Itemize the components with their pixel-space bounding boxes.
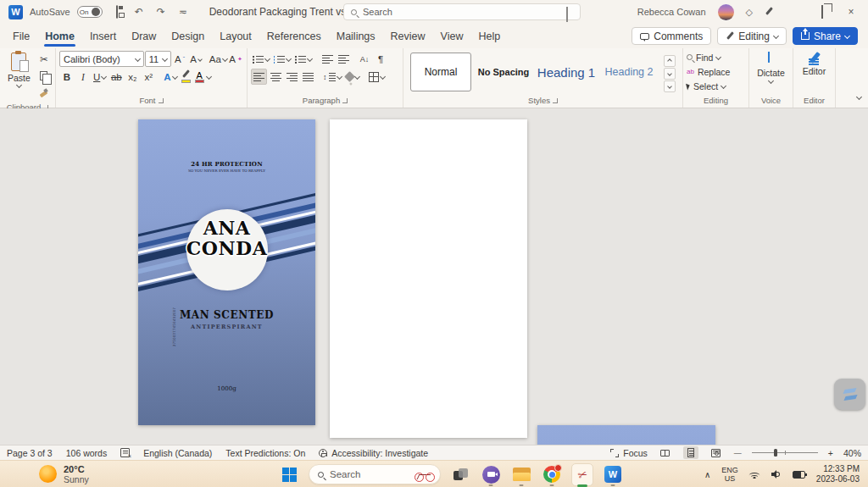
zoom-slider[interactable] xyxy=(752,452,818,453)
sort-button[interactable]: A↓ xyxy=(357,51,372,67)
floating-snip-overlay-button[interactable] xyxy=(834,379,865,410)
tab-help[interactable]: Help xyxy=(470,26,508,47)
dialog-launcher-icon[interactable] xyxy=(342,98,348,103)
search-box[interactable]: Search xyxy=(343,3,581,20)
zoom-slider-thumb[interactable] xyxy=(774,449,777,457)
paste-button[interactable]: Paste xyxy=(3,51,35,101)
shrink-font-button[interactable]: A xyxy=(188,51,203,67)
italic-button[interactable]: I xyxy=(75,69,91,85)
editor-button[interactable]: Editor xyxy=(797,51,832,77)
clock-widget[interactable]: 12:33 PM2023-06-03 xyxy=(816,464,860,484)
select-button[interactable]: Select xyxy=(687,80,745,92)
tab-references[interactable]: References xyxy=(259,26,329,47)
accessibility-status[interactable]: Accessibility: Investigate xyxy=(319,448,428,458)
justify-button[interactable] xyxy=(300,69,315,85)
style-normal[interactable]: Normal xyxy=(410,53,471,91)
text-predictions[interactable]: Text Predictions: On xyxy=(225,448,305,458)
weather-widget[interactable]: 20°C Sunny xyxy=(0,464,89,484)
speaker-icon[interactable] xyxy=(771,470,782,479)
close-button[interactable]: × xyxy=(843,6,860,18)
start-button[interactable] xyxy=(278,463,300,485)
comments-button[interactable]: Comments xyxy=(632,27,711,45)
styles-scroll-up-button[interactable] xyxy=(664,55,676,67)
page-3[interactable]: • ODOR REDUCING • • GOES ON CLEAR • • BO… xyxy=(537,425,715,445)
word-count[interactable]: 106 words xyxy=(66,448,107,458)
tab-draw[interactable]: Draw xyxy=(124,26,164,47)
replace-button[interactable]: abReplace xyxy=(687,65,745,78)
line-spacing-button[interactable]: ↕ xyxy=(321,69,343,85)
format-painter-button[interactable] xyxy=(36,85,52,101)
dialog-launcher-icon[interactable] xyxy=(553,98,558,103)
proofing-errors-icon[interactable] xyxy=(120,448,130,457)
dialog-launcher-icon[interactable] xyxy=(159,98,164,103)
editing-mode-button[interactable]: Editing xyxy=(717,27,787,45)
copy-button[interactable] xyxy=(36,68,52,84)
quick-access-more-button[interactable]: ≂ xyxy=(175,6,191,18)
font-name-select[interactable]: Calibri (Body) xyxy=(59,51,144,67)
tab-insert[interactable]: Insert xyxy=(82,26,124,47)
document-canvas[interactable]: 24 HR PROTECTION SO YOU NEVER EVER HAVE … xyxy=(0,108,868,445)
bullets-button[interactable] xyxy=(251,51,271,67)
language-indicator[interactable]: English (Canada) xyxy=(143,448,212,458)
text-effects-button[interactable]: A xyxy=(162,69,178,85)
multilevel-list-button[interactable] xyxy=(293,51,314,67)
tab-view[interactable]: View xyxy=(433,26,471,47)
font-color-button[interactable]: A xyxy=(193,70,206,84)
page-2[interactable] xyxy=(330,119,527,438)
cut-button[interactable]: ✂ xyxy=(36,51,52,67)
pen-mode-icon[interactable] xyxy=(765,8,773,16)
restore-button[interactable] xyxy=(814,6,831,18)
zoom-in-button[interactable]: + xyxy=(828,448,833,458)
page-1[interactable]: 24 HR PROTECTION SO YOU NEVER EVER HAVE … xyxy=(138,119,315,425)
zoom-level[interactable]: 40% xyxy=(843,448,861,458)
file-explorer-button[interactable] xyxy=(510,463,532,485)
zoom-out-button[interactable]: — xyxy=(734,449,742,457)
shading-button[interactable] xyxy=(344,69,361,85)
borders-button[interactable] xyxy=(367,69,387,85)
gem-icon[interactable]: ◇ xyxy=(746,7,753,18)
tab-review[interactable]: Review xyxy=(383,26,433,47)
tab-design[interactable]: Design xyxy=(164,26,212,47)
grow-font-button[interactable]: Aˆ xyxy=(172,51,187,67)
redo-button[interactable]: ↷ xyxy=(153,6,169,18)
align-left-button[interactable] xyxy=(251,69,267,85)
tab-layout[interactable]: Layout xyxy=(212,26,259,47)
align-right-button[interactable] xyxy=(284,69,299,85)
read-mode-button[interactable] xyxy=(658,446,673,459)
tray-chevron-up[interactable]: ∧ xyxy=(704,470,710,479)
collapse-ribbon-button[interactable] xyxy=(857,87,861,102)
clear-formatting-button[interactable]: A✦ xyxy=(228,51,243,67)
print-layout-button[interactable] xyxy=(683,446,698,459)
tab-home[interactable]: Home xyxy=(37,26,82,47)
bold-button[interactable]: B xyxy=(59,69,75,85)
page-indicator[interactable]: Page 3 of 3 xyxy=(7,448,53,458)
align-center-button[interactable] xyxy=(268,69,283,85)
style-no-spacing[interactable]: No Spacing xyxy=(473,53,534,91)
word-app-icon[interactable]: W xyxy=(8,5,23,19)
avatar[interactable] xyxy=(718,4,734,20)
find-button[interactable]: Find xyxy=(687,51,745,64)
focus-mode-button[interactable]: Focus xyxy=(610,448,648,458)
microphone-icon[interactable] xyxy=(566,7,573,18)
decrease-indent-button[interactable] xyxy=(320,51,335,67)
highlight-color-button[interactable] xyxy=(180,70,192,84)
numbering-button[interactable] xyxy=(272,51,292,67)
snipping-tool-button[interactable]: ✂ xyxy=(571,463,593,485)
strikethrough-button[interactable]: ab xyxy=(108,69,124,85)
increase-indent-button[interactable] xyxy=(336,51,351,67)
taskbar-search[interactable]: Search xyxy=(309,464,441,484)
tab-mailings[interactable]: Mailings xyxy=(329,26,383,47)
chevron-down-icon[interactable] xyxy=(206,74,212,80)
task-view-button[interactable] xyxy=(449,463,471,485)
subscript-button[interactable]: x₂ xyxy=(125,69,140,85)
save-button[interactable] xyxy=(109,6,125,18)
dictate-button[interactable]: Dictate xyxy=(753,51,789,84)
undo-button[interactable]: ↶ xyxy=(131,6,147,18)
autosave-toggle[interactable]: On xyxy=(77,6,103,18)
underline-button[interactable]: U xyxy=(92,69,108,85)
styles-more-button[interactable] xyxy=(664,80,676,92)
battery-icon[interactable] xyxy=(793,471,805,479)
chat-button[interactable] xyxy=(480,463,502,485)
style-heading1[interactable]: Heading 1 xyxy=(536,53,597,91)
tab-file[interactable]: File xyxy=(5,26,37,47)
